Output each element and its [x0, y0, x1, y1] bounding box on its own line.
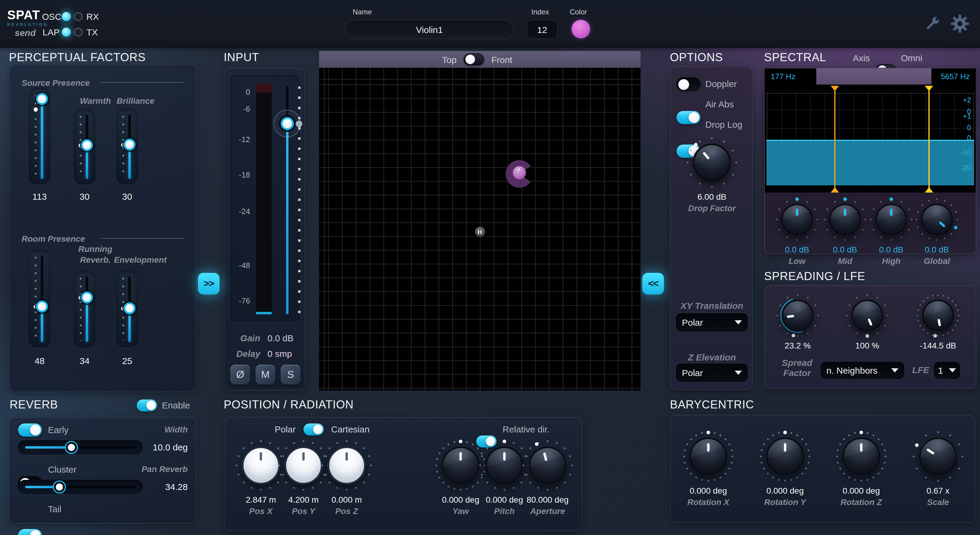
perceptual-title: PERCEPTUAL FACTORS — [9, 51, 146, 64]
spectral-scale-label: +2 — [963, 96, 971, 104]
meter-scale-12: -12 — [230, 135, 250, 144]
early-toggle[interactable] — [18, 424, 42, 436]
tail-label: Tail — [48, 504, 62, 514]
gain-handle[interactable] — [281, 117, 294, 130]
name-input[interactable]: Violin1 — [345, 20, 514, 39]
spectral-header: 177 Hz 5657 Hz — [765, 68, 976, 84]
xy-translation-dropdown[interactable]: Polar — [675, 312, 748, 332]
tail-toggle[interactable] — [18, 529, 42, 535]
global-gain-label: Global — [915, 256, 959, 266]
width-label: Width — [165, 425, 188, 434]
collapse-left-button[interactable]: >> — [198, 273, 220, 295]
osc-led[interactable] — [62, 12, 71, 21]
reverb-enable-toggle[interactable] — [137, 400, 157, 411]
spread-factor-knob[interactable] — [775, 293, 820, 338]
scale-label: Scale — [912, 497, 964, 507]
toggle-knob — [30, 425, 41, 435]
toggle-knob — [465, 54, 475, 64]
mid-gain-knob[interactable] — [823, 197, 867, 242]
slider-handle[interactable] — [81, 139, 93, 151]
high-freq-marker[interactable] — [928, 87, 930, 191]
rx-led[interactable] — [74, 12, 83, 21]
chevron-down-icon — [735, 371, 742, 375]
doppler-toggle[interactable] — [676, 77, 700, 91]
neighbors-dropdown[interactable]: n. Neighbors — [820, 361, 905, 380]
knob-pointer — [890, 209, 892, 216]
rotation-z-knob[interactable] — [835, 430, 888, 483]
scale-knob[interactable] — [912, 430, 964, 483]
input-title: INPUT — [224, 51, 259, 64]
warmth-slider[interactable] — [74, 108, 95, 185]
drop-factor-value: 6.00 dB — [686, 192, 738, 202]
running-reverb-slider[interactable] — [74, 271, 95, 348]
high-gain-knob[interactable] — [869, 197, 913, 242]
spatial-view[interactable] — [319, 68, 641, 390]
divider — [100, 238, 185, 239]
global-gain-knob[interactable] — [915, 197, 959, 242]
slider-handle[interactable] — [66, 442, 77, 453]
drop-factor-label: Drop Factor — [686, 203, 738, 213]
slider-handle[interactable] — [36, 93, 48, 105]
lfe-gain-knob[interactable] — [916, 293, 960, 338]
rotation-x-knob[interactable] — [682, 430, 735, 483]
aperture-knob[interactable] — [521, 439, 574, 492]
spread-factor-value: 23.2 % — [775, 341, 820, 350]
room-presence-slider[interactable] — [29, 250, 50, 348]
pan-reverb-slider[interactable] — [18, 480, 143, 494]
envelopment-slider[interactable] — [116, 271, 138, 348]
knob-marker-dot — [795, 197, 799, 201]
polar-cartesian-toggle[interactable] — [304, 424, 324, 435]
xy-translation-label: XY Translation — [671, 301, 753, 310]
spectral-scale-label: -20 — [961, 164, 971, 172]
high-gain-control: 0.0 dB High — [869, 197, 913, 266]
freq-high-value: 5657 Hz — [941, 72, 970, 81]
airabs-toggle[interactable] — [676, 111, 700, 124]
position-panel: Polar Cartesian Relative dir. 2.847 m Po… — [224, 417, 582, 531]
low-gain-knob[interactable] — [775, 197, 819, 242]
wrench-icon[interactable] — [923, 14, 942, 33]
slider-handle[interactable] — [36, 301, 48, 312]
slider-handle[interactable] — [54, 482, 64, 492]
slider-default-dot — [33, 107, 38, 111]
slider-handle[interactable] — [124, 302, 135, 314]
gear-icon[interactable] — [950, 14, 970, 33]
neighbors-value: n. Neighbors — [826, 365, 877, 376]
source-presence-slider[interactable] — [29, 88, 50, 185]
width-slider[interactable] — [18, 440, 143, 455]
slider-handle[interactable] — [81, 291, 93, 304]
width-value: 10.0 deg — [153, 442, 188, 452]
low-freq-marker[interactable] — [834, 87, 835, 191]
spectral-plot[interactable]: +2 0 +1 0 0 -10 -20 — [765, 84, 976, 193]
z-elevation-dropdown[interactable]: Polar — [675, 363, 748, 383]
mute-button[interactable]: M — [256, 365, 275, 384]
spread-label-line2: Factor — [778, 368, 816, 378]
global-gain-value: 0.0 dB — [915, 245, 959, 254]
drop-factor-knob[interactable] — [686, 136, 738, 189]
spectral-scale-label: 0 — [967, 124, 971, 132]
phase-button[interactable]: Ø — [230, 365, 250, 384]
pos-z-knob[interactable] — [320, 439, 373, 492]
source-dot[interactable] — [513, 166, 526, 179]
aperture-value: 80.000 deg — [521, 495, 574, 505]
rotation-y-knob[interactable] — [759, 430, 811, 483]
spread-factor-control: 23.2 % — [775, 293, 820, 350]
rotation-x-control: 0.000 deg Rotation X — [682, 430, 735, 507]
knob-pointer — [543, 452, 547, 461]
lfe-dropdown[interactable]: 1 — [933, 361, 961, 380]
delay-value: 0 smp — [267, 349, 292, 359]
tx-led[interactable] — [74, 28, 83, 37]
index-field[interactable]: 12 — [527, 20, 558, 39]
collapse-right-button[interactable]: << — [642, 273, 664, 295]
slider-fill — [41, 104, 43, 179]
lap-led[interactable] — [62, 28, 71, 37]
view-top-front-toggle[interactable] — [464, 53, 484, 65]
spread-amount-knob[interactable] — [845, 293, 889, 338]
color-swatch[interactable] — [571, 20, 590, 38]
listener-icon — [475, 227, 485, 237]
brilliance-slider[interactable] — [116, 108, 138, 185]
high-gain-label: High — [869, 256, 913, 266]
rotation-y-value: 0.000 deg — [759, 486, 811, 495]
spectral-scale-label: +1 — [963, 112, 971, 121]
solo-button[interactable]: S — [281, 365, 301, 384]
slider-handle[interactable] — [124, 138, 135, 150]
